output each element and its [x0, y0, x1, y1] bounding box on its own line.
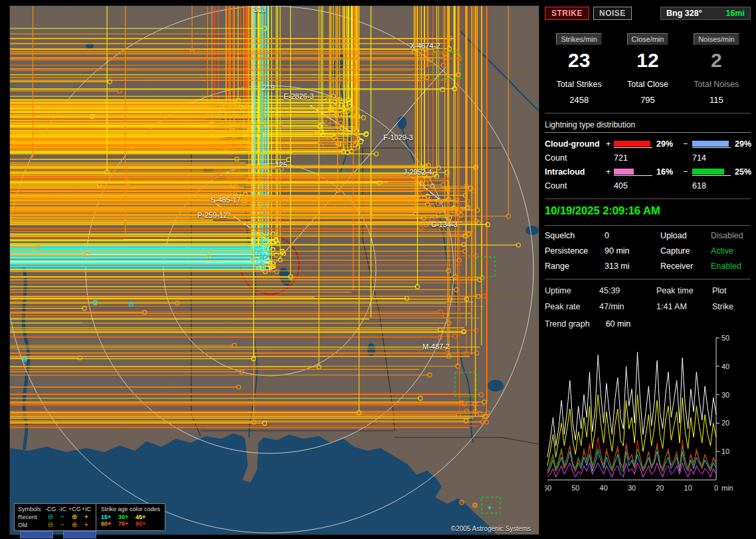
svg-text:30: 30: [628, 484, 636, 492]
upload-label: Upload: [660, 231, 711, 240]
trend-graph-label: Trend graph: [545, 319, 590, 329]
peak-rate-value: 47/min: [599, 302, 656, 311]
storm-cell-label: M-487-2: [423, 343, 450, 350]
lightning-map[interactable]: 313219125X-4674-2E-2826-3F-1029-3J-2952-…: [9, 5, 539, 535]
copyright-text: ©2005 Astrogenic Systems: [451, 525, 531, 532]
cg-minus-bar: [692, 140, 731, 148]
cloud-ground-label: Cloud-ground: [545, 139, 606, 149]
svg-text:min: min: [721, 484, 733, 492]
storm-cell-label: S-485-17: [211, 196, 240, 204]
intracloud-label: Intracloud: [545, 167, 606, 177]
datetime-display: 10/19/2025 2:09:16 AM: [545, 204, 751, 217]
cg-plus-count: 721: [614, 153, 656, 163]
persistence-value: 90 min: [605, 246, 660, 256]
cg-minus-count: 714: [692, 153, 735, 163]
upload-status: Disabled: [711, 231, 751, 240]
bearing-readout: Bng 328° 16mi: [660, 7, 751, 20]
distribution-title: Lightning type distribution: [545, 120, 751, 133]
ic-plus-bar: [614, 168, 652, 176]
storm-cell-label: C-134-3: [431, 221, 458, 228]
cg-minus-pct: 29%: [735, 139, 756, 149]
storm-cell-label: 313: [254, 6, 266, 13]
trend-period-value: 60 min: [606, 319, 631, 329]
cg-count-label: Count: [545, 153, 606, 163]
close-per-min-button[interactable]: Close/min: [627, 33, 669, 45]
storm-cell-label: F-1029-3: [383, 134, 413, 141]
mode-toolbar: STRIKE NOISE Bng 328° 16mi: [545, 7, 751, 20]
svg-text:50: 50: [721, 334, 729, 342]
svg-text:40: 40: [721, 362, 729, 370]
cg-plus-bar: [614, 140, 652, 148]
strikes-per-min-button[interactable]: Strikes/min: [556, 33, 601, 45]
total-close-value: 795: [613, 95, 682, 105]
age-legend: Strike age color codes 15+30+45+60+75+90…: [96, 504, 165, 530]
taskbar-item-2[interactable]: [63, 531, 96, 538]
ic-plus-count: 405: [614, 181, 656, 191]
noise-mode-button[interactable]: NOISE: [593, 7, 632, 20]
storm-cell-label: J-2952-4: [403, 169, 432, 176]
storm-cell-label: 125: [275, 161, 287, 169]
strikes-per-min-value: 23: [545, 49, 613, 72]
trend-graph-header: Trend graph 60 min: [545, 319, 751, 329]
storm-cell-label: X-4674-2: [410, 42, 440, 50]
svg-text:10: 10: [721, 447, 729, 455]
svg-text:50: 50: [571, 484, 579, 492]
status-panel: STRIKE NOISE Bng 328° 16mi Strikes/min 2…: [539, 0, 756, 539]
svg-text:40: 40: [600, 484, 608, 492]
trend-graph: 10203040506050403020100min: [545, 330, 749, 497]
distribution-table: Cloud-ground + 29% − 29% Count 721 714 I…: [545, 139, 751, 191]
rate-counters: Strikes/min 23 Close/min 12 Noises/min 2: [545, 33, 751, 72]
session-grid: Uptime 45:39 Peak time Plot Peak rate 47…: [545, 286, 751, 311]
peak-rate-label: Peak rate: [545, 302, 599, 311]
ic-minus-count: 618: [692, 181, 735, 191]
ic-minus-pct: 25%: [735, 167, 756, 177]
noises-per-min-button[interactable]: Noises/min: [694, 33, 739, 45]
plot-label[interactable]: Plot: [712, 286, 748, 295]
storm-cell-label: E-2826-3: [284, 93, 314, 100]
storm-cell-label: 219: [262, 84, 274, 92]
squelch-value: 0: [605, 231, 660, 240]
ic-minus-bar: [692, 168, 731, 176]
plus-sign: +: [606, 139, 614, 149]
capture-status: Active: [711, 246, 751, 256]
uptime-label: Uptime: [545, 286, 599, 295]
cg-plus-pct: 29%: [656, 139, 683, 149]
total-noises-label: Total Noises: [694, 80, 739, 89]
receiver-label: Receiver: [660, 262, 711, 271]
uptime-value: 45:39: [599, 286, 656, 295]
map-legend: Symbols-CG-IC+CG+ICRecent⊖−⊕+Old⊖−⊕+ Str…: [14, 503, 165, 531]
taskbar-item-1[interactable]: [20, 531, 53, 538]
bearing-value: Bng 328°: [666, 9, 702, 18]
persistence-label: Persistence: [545, 246, 605, 256]
strike-mode-button[interactable]: STRIKE: [545, 7, 589, 20]
plot-mode-value[interactable]: Strike: [712, 302, 748, 311]
total-close-label: Total Close: [627, 80, 668, 89]
age-legend-title: Strike age color codes: [101, 506, 160, 512]
receiver-status: Enabled: [711, 262, 751, 271]
total-strikes-value: 2458: [545, 95, 613, 105]
symbols-legend: Symbols-CG-IC+CG+ICRecent⊖−⊕+Old⊖−⊕+: [15, 504, 96, 530]
total-counters: Total Strikes 2458 Total Close 795 Total…: [545, 80, 751, 105]
bearing-distance: 16mi: [726, 9, 745, 18]
minus-sign: −: [683, 139, 692, 149]
total-noises-value: 115: [682, 95, 751, 105]
noises-per-min-value: 2: [682, 49, 751, 72]
settings-grid: Squelch 0 Upload Disabled Persistence 90…: [545, 231, 751, 271]
squelch-label: Squelch: [545, 231, 605, 240]
svg-text:0: 0: [714, 484, 718, 492]
ic-count-label: Count: [545, 181, 606, 191]
capture-label: Capture: [660, 246, 711, 256]
peak-time-label: Peak time: [656, 286, 712, 295]
svg-text:20: 20: [656, 484, 664, 492]
plus-sign: +: [606, 167, 614, 177]
close-per-min-value: 12: [613, 49, 682, 72]
svg-text:60: 60: [545, 484, 551, 492]
total-strikes-label: Total Strikes: [557, 80, 602, 89]
peak-time-value: 1:41 AM: [656, 302, 712, 311]
minus-sign: −: [683, 167, 692, 177]
svg-text:30: 30: [721, 391, 729, 399]
svg-text:10: 10: [684, 484, 692, 492]
ic-plus-pct: 16%: [656, 167, 683, 177]
storm-cell-label: P-259-12: [197, 212, 227, 219]
range-label: Range: [545, 262, 605, 271]
